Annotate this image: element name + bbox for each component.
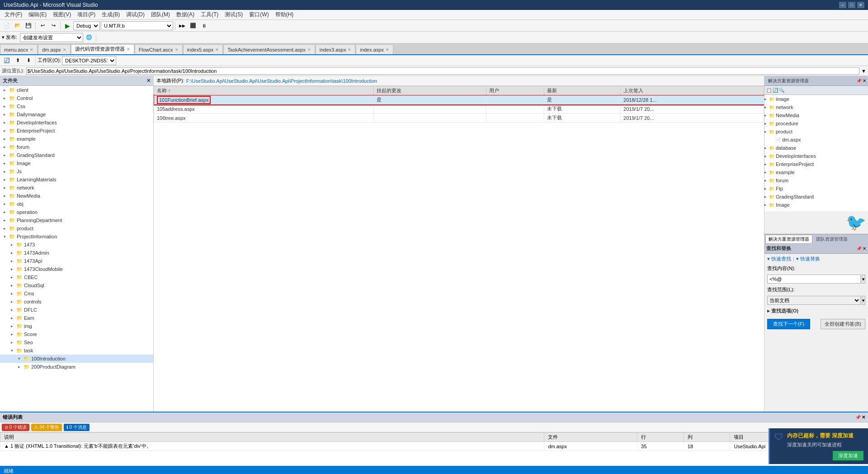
se-toolbar-btn3[interactable]: 🔍 <box>779 88 784 93</box>
find-options-toggle[interactable]: ▸ 查找选项(O) <box>767 308 798 314</box>
find-next-button[interactable]: 查找下一个(F) <box>767 319 810 329</box>
team-explorer-tab-bottom[interactable]: 团队资源管理器 <box>813 235 850 243</box>
menu-item[interactable]: 生成(B) <box>99 10 123 19</box>
tree-item-cbec[interactable]: ▸📁CBEC <box>0 273 153 281</box>
solution-tree-item-procedure[interactable]: ▸📁procedure <box>764 119 868 128</box>
menu-item[interactable]: 文件(F) <box>2 10 25 19</box>
file-tree-close[interactable]: ✕ <box>146 78 151 84</box>
warning-badge[interactable]: ⚠ 34 个警告 <box>31 424 62 431</box>
sc-checkout-btn[interactable]: ⬇ <box>24 56 33 65</box>
solution-tree-item-dm.aspx[interactable]: 📄dm.aspx <box>764 136 868 144</box>
sc-file-row-2[interactable]: 106tree.aspx未下载2019/1/7 20... <box>154 114 764 123</box>
solution-tree-item-product[interactable]: ▸📁product <box>764 128 868 136</box>
solution-tree-item-image[interactable]: ▸📁image <box>764 95 868 103</box>
tree-item-cloudsql[interactable]: ▸📁CloudSql <box>0 281 153 289</box>
tab-close-btn[interactable]: ✕ <box>175 47 179 52</box>
tree-item-obj[interactable]: ▸📁obj <box>0 200 153 208</box>
tree-item-forum[interactable]: ▸📁forum <box>0 143 153 151</box>
col-user[interactable]: 用户 <box>486 86 544 95</box>
tree-item-dflc[interactable]: ▸📁DFLC <box>0 306 153 314</box>
col-pending[interactable]: 挂起的更改 <box>373 86 486 95</box>
editor-tab-3[interactable]: FlowChart.ascx✕ <box>135 44 183 54</box>
err-col-file[interactable]: 文件 <box>544 433 637 442</box>
tree-item-product[interactable]: ▸📁product <box>0 224 153 232</box>
error-badge[interactable]: ⊘ 0 个错误 <box>2 424 29 431</box>
solution-tree-item-example[interactable]: ▸📁example <box>764 168 868 176</box>
solution-tree-item-enterpriseproject[interactable]: ▸📁EnterpriseProject <box>764 160 868 168</box>
sc-file-row-0[interactable]: 101FunctionBrief.aspx是是2018/12/28 1... <box>154 95 764 104</box>
menu-item[interactable]: 调试(D) <box>123 10 147 19</box>
tree-item-projectinformation[interactable]: ▾📁ProjectInformation <box>0 232 153 241</box>
err-col-col[interactable]: 列 <box>684 433 730 442</box>
tab-close-btn[interactable]: ✕ <box>307 47 311 52</box>
redo-btn[interactable]: ↪ <box>48 21 58 30</box>
location-path-input[interactable] <box>26 67 860 75</box>
tree-item-controls[interactable]: ▸📁controls <box>0 298 153 306</box>
tree-item-planningdepartment[interactable]: ▸📁PlanningDepartment <box>0 216 153 224</box>
solution-explorer-tab-bottom[interactable]: 解决方案资源管理器 <box>765 235 812 244</box>
tree-item-learningmaterials[interactable]: ▸📁LearningMaterials <box>0 175 153 184</box>
tree-item-operation[interactable]: ▸📁operation <box>0 208 153 216</box>
new-file-btn[interactable]: 📄 <box>2 21 12 30</box>
tree-item-200productdiagram[interactable]: ▸📁200ProductDiagram <box>0 363 153 371</box>
tree-item-js[interactable]: ▸📁Js <box>0 167 153 175</box>
debug-config-select[interactable]: Debug <box>73 21 100 30</box>
solution-tree-item-forum[interactable]: ▸📁forum <box>764 176 868 185</box>
save-btn[interactable]: 💾 <box>24 21 33 30</box>
solution-tree-item-ftp[interactable]: ▸📁Ftp <box>764 185 868 193</box>
publish-btn[interactable]: 🌐 <box>84 33 94 42</box>
menu-item[interactable]: 工具(T) <box>198 10 221 19</box>
deep-accelerate-btn[interactable]: 深度加速 <box>833 451 863 460</box>
solution-tree-item-image[interactable]: ▸📁Image <box>764 201 868 209</box>
find-input[interactable] <box>767 275 861 284</box>
open-btn[interactable]: 📂 <box>13 21 23 30</box>
tree-item-gradingstandard[interactable]: ▸📁GradingStandard <box>0 151 153 159</box>
tab-close-btn[interactable]: ✕ <box>127 47 130 52</box>
tree-item-eam[interactable]: ▸📁Eam <box>0 314 153 322</box>
solution-explorer-tab[interactable]: 解决方案资源管理器 <box>766 77 811 85</box>
tree-item-score[interactable]: ▸📁Score <box>0 330 153 338</box>
tab-close-btn[interactable]: ✕ <box>215 47 219 52</box>
close-button[interactable]: ✕ <box>857 2 864 8</box>
stop-btn[interactable]: ⬛ <box>188 21 198 30</box>
err-col-row[interactable]: 行 <box>637 433 684 442</box>
tree-item-seo[interactable]: ▸📁Seo <box>0 338 153 346</box>
solution-tree-item-gradingstandard[interactable]: ▸📁GradingStandard <box>764 193 868 201</box>
solution-tree-item-newmedia[interactable]: ▸📁NewMedia <box>764 111 868 119</box>
se-toolbar-btn2[interactable]: 🔄 <box>773 88 778 93</box>
editor-tab-6[interactable]: index3.aspx✕ <box>316 44 356 54</box>
start-btn[interactable]: ▶ <box>62 21 72 30</box>
tree-item-client[interactable]: ▸📁client <box>0 86 153 94</box>
bookmark-all-button[interactable]: 全部创建书签(B) <box>821 319 865 329</box>
window-controls[interactable]: ─ □ ✕ <box>839 2 864 8</box>
info-badge[interactable]: ℹ 0 个消息 <box>64 424 90 431</box>
publish-select[interactable]: 创建发布设置 <box>20 33 83 42</box>
editor-tab-5[interactable]: TaskAchievementAssessment.aspx✕ <box>223 44 315 54</box>
col-checkin[interactable]: 上次签入 <box>621 86 764 95</box>
tree-item-1473api[interactable]: ▸📁1473Api <box>0 257 153 265</box>
solution-tree-item-database[interactable]: ▸📁database <box>764 144 868 152</box>
tab-close-btn[interactable]: ✕ <box>30 47 33 52</box>
se-toolbar-btn1[interactable]: 📋 <box>766 88 772 93</box>
location-arrow[interactable]: ▼ <box>861 68 866 74</box>
tree-item-1473cloudmobile[interactable]: ▸📁1473CloudMobile <box>0 265 153 273</box>
tree-item-1473admin[interactable]: ▸📁1473Admin <box>0 249 153 257</box>
workspace-select[interactable]: DESKTOP-2NDS57O <box>62 56 116 65</box>
el-pin-btn[interactable]: 📌 <box>855 415 861 420</box>
editor-tab-1[interactable]: dm.aspx✕ <box>38 44 71 54</box>
scope-options-btn[interactable]: ▾ <box>862 296 865 305</box>
project-select[interactable]: U.MT.R.b <box>101 21 173 30</box>
tree-item-network[interactable]: ▸📁network <box>0 184 153 192</box>
scope-select[interactable]: 当前文档 <box>767 296 861 305</box>
tree-item-newmedia[interactable]: ▸📁NewMedia <box>0 192 153 200</box>
tree-item-example[interactable]: ▸📁example <box>0 135 153 143</box>
restore-button[interactable]: □ <box>848 2 855 8</box>
pause-btn[interactable]: ⏸ <box>199 21 209 30</box>
tab-close-btn[interactable]: ✕ <box>386 47 389 52</box>
editor-tab-4[interactable]: index5.aspx✕ <box>183 44 223 54</box>
menu-item[interactable]: 数据(A) <box>174 10 197 19</box>
tree-item-100introduction[interactable]: ▾📁100Introduction <box>0 355 153 363</box>
sc-file-row-1[interactable]: 105address.aspx未下载2019/1/7 20... <box>154 104 764 114</box>
find-options-btn[interactable]: ▾ <box>862 275 865 284</box>
tree-item-image[interactable]: ▸📁Image <box>0 159 153 167</box>
